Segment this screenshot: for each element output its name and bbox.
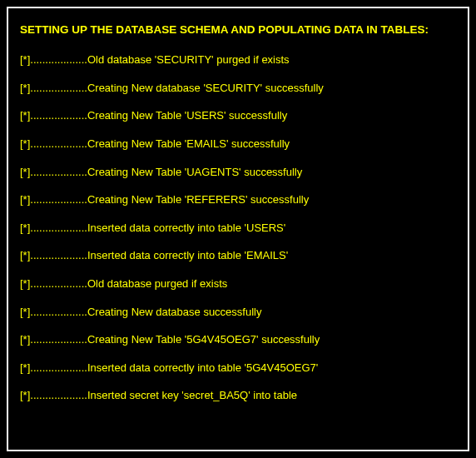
log-message: Old database purged if exists	[87, 277, 227, 290]
log-message: Inserted data correctly into table 'EMAI…	[87, 249, 288, 261]
log-prefix: [*]...................	[20, 53, 87, 66]
log-prefix: [*]...................	[20, 109, 87, 122]
log-line: [*]...................Inserted data corr…	[20, 361, 456, 375]
setup-heading: SETTING UP THE DATABASE SCHEMA AND POPUL…	[20, 23, 456, 37]
log-prefix: [*]...................	[20, 222, 87, 234]
log-message: Creating New Table 'UAGENTS' successfull…	[87, 166, 302, 178]
log-message: Inserted data correctly into table 'USER…	[87, 222, 285, 234]
log-prefix: [*]...................	[20, 306, 87, 318]
log-message: Creating New Table '5G4V45OEG7' successf…	[87, 333, 320, 346]
window-frame: SETTING UP THE DATABASE SCHEMA AND POPUL…	[0, 0, 476, 458]
log-line: [*]...................Creating New datab…	[20, 82, 456, 95]
log-prefix: [*]...................	[20, 137, 87, 150]
log-prefix: [*]...................	[20, 277, 87, 290]
log-line: [*]...................Creating New Table…	[20, 193, 456, 207]
log-message: Creating New Table 'EMAILS' successfully	[87, 137, 290, 150]
log-message: Creating New Table 'USERS' successfully	[87, 109, 287, 122]
log-line: [*]...................Inserted data corr…	[20, 249, 456, 262]
log-line: [*]...................Creating New Table…	[20, 109, 456, 122]
log-line: [*]...................Creating New Table…	[20, 166, 456, 179]
log-prefix: [*]...................	[20, 166, 87, 178]
log-prefix: [*]...................	[20, 333, 87, 346]
log-message: Old database 'SECURITY' purged if exists	[87, 53, 290, 66]
log-prefix: [*]...................	[20, 193, 87, 206]
log-message: Inserted secret key 'secret_BA5Q' into t…	[87, 389, 297, 401]
log-prefix: [*]...................	[20, 389, 87, 401]
log-message: Creating New Table 'REFERERS' successful…	[87, 193, 309, 206]
log-line: [*]...................Creating New Table…	[20, 333, 456, 346]
log-output: [*]...................Old database 'SECU…	[20, 53, 456, 402]
log-line: [*]...................Inserted data corr…	[20, 222, 456, 235]
log-line: [*]...................Inserted secret ke…	[20, 389, 456, 402]
log-line: [*]...................Creating New datab…	[20, 306, 456, 319]
log-message: Creating New database successfully	[87, 306, 262, 318]
log-line: [*]...................Old database 'SECU…	[20, 53, 456, 67]
log-message: Creating New database 'SECURITY' success…	[87, 82, 324, 94]
log-prefix: [*]...................	[20, 361, 87, 374]
log-prefix: [*]...................	[20, 82, 87, 94]
output-panel: SETTING UP THE DATABASE SCHEMA AND POPUL…	[7, 7, 469, 451]
log-prefix: [*]...................	[20, 249, 87, 261]
log-message: Inserted data correctly into table '5G4V…	[87, 361, 318, 374]
log-line: [*]...................Old database purge…	[20, 277, 456, 291]
log-line: [*]...................Creating New Table…	[20, 137, 456, 151]
